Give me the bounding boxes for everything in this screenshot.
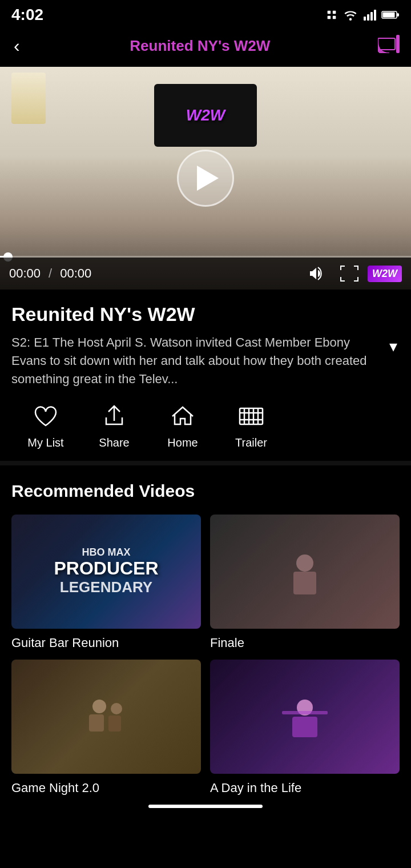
notification-icon <box>325 9 338 21</box>
share-icon <box>100 402 128 431</box>
trailer-label: Trailer <box>235 436 267 449</box>
brand-badge: W2W <box>368 266 402 282</box>
home-indicator <box>0 795 411 814</box>
club-icon <box>282 694 328 740</box>
svg-point-22 <box>92 700 106 713</box>
home-bar <box>148 805 263 808</box>
current-time: 00:00 <box>9 266 41 281</box>
svg-rect-2 <box>328 16 331 19</box>
video-controls: 00:00 / 00:00 W2W <box>0 258 411 290</box>
expand-button[interactable]: ▾ <box>387 335 400 358</box>
party-icon <box>282 549 328 594</box>
home-label: Home <box>167 436 198 449</box>
svg-rect-23 <box>89 714 104 732</box>
play-icon <box>197 166 219 191</box>
svg-rect-1 <box>333 11 336 14</box>
svg-rect-25 <box>108 716 121 732</box>
my-list-button[interactable]: My List <box>11 402 80 449</box>
home-button[interactable]: Home <box>148 402 217 449</box>
recommended-title: Recommended Videos <box>11 481 400 501</box>
play-button[interactable] <box>177 150 234 207</box>
recommended-section: Recommended Videos HBO MAX PRODUCER LEGE… <box>0 465 411 795</box>
tv-decoration: W2W <box>154 84 257 147</box>
thumb-day-in-life <box>210 660 400 774</box>
home-icon <box>168 402 197 431</box>
section-divider <box>0 461 411 465</box>
thumb-game-night <box>11 660 201 774</box>
volume-button[interactable] <box>306 261 331 286</box>
battery-icon <box>381 9 400 21</box>
heart-icon <box>31 402 60 431</box>
svg-rect-6 <box>370 12 373 21</box>
video-title-day-in-life: A Day in the Life <box>210 781 301 795</box>
svg-point-24 <box>111 703 122 714</box>
video-title-finale: Finale <box>210 636 244 650</box>
show-desc-row: S2: E1 The Host April S. Watson invited … <box>11 333 400 388</box>
film-icon <box>237 402 265 431</box>
navbar: ‹ Reunited NY's W2W <box>0 27 411 67</box>
trailer-button[interactable]: Trailer <box>217 402 285 449</box>
action-bar: My List Share Home <box>11 388 400 455</box>
svg-rect-13 <box>240 408 263 424</box>
svg-rect-11 <box>378 38 395 50</box>
status-time: 4:02 <box>11 6 43 24</box>
share-label: Share <box>99 436 129 449</box>
share-button[interactable]: Share <box>80 402 148 449</box>
video-card-day-in-life[interactable]: A Day in the Life <box>210 660 400 795</box>
svg-rect-21 <box>293 572 316 594</box>
cast-button[interactable] <box>378 35 400 58</box>
w2w-tv-logo: W2W <box>186 106 225 124</box>
video-title-guitar-bar: Guitar Bar Reunion <box>11 636 119 650</box>
status-icons <box>325 9 400 21</box>
video-player[interactable]: W2W 00:00 / 00:00 <box>0 67 411 290</box>
show-info: Reunited NY's W2W S2: E1 The Host April … <box>0 290 411 461</box>
status-bar: 4:02 <box>0 0 411 27</box>
signal-icon <box>363 9 377 21</box>
thumb-guitar-bar-reunion: HBO MAX PRODUCER LEGENDARY <box>11 515 201 629</box>
video-title-game-night: Game Night 2.0 <box>11 781 99 795</box>
svg-rect-4 <box>364 17 366 21</box>
back-button[interactable]: ‹ <box>11 33 22 59</box>
indoor-icon <box>83 694 129 740</box>
thumb-finale <box>210 515 400 629</box>
show-title: Reunited NY's W2W <box>11 303 400 326</box>
total-time: 00:00 <box>60 266 91 281</box>
svg-point-20 <box>296 554 313 572</box>
svg-rect-28 <box>282 711 328 714</box>
svg-rect-12 <box>396 35 400 53</box>
my-list-label: My List <box>27 436 63 449</box>
svg-rect-3 <box>333 16 336 19</box>
wifi-icon <box>342 9 358 21</box>
video-card-game-night[interactable]: Game Night 2.0 <box>11 660 201 795</box>
fullscreen-button[interactable] <box>337 261 362 286</box>
svg-rect-5 <box>367 14 369 21</box>
show-description: S2: E1 The Host April S. Watson invited … <box>11 333 387 388</box>
video-card-guitar-bar-reunion[interactable]: HBO MAX PRODUCER LEGENDARY Guitar Bar Re… <box>11 515 201 650</box>
svg-rect-7 <box>374 10 376 21</box>
svg-rect-10 <box>397 13 399 17</box>
svg-rect-9 <box>383 13 395 18</box>
svg-rect-0 <box>328 11 331 14</box>
video-grid: HBO MAX PRODUCER LEGENDARY Guitar Bar Re… <box>11 515 400 795</box>
lamp-decoration <box>11 73 46 124</box>
nav-title: Reunited NY's W2W <box>22 37 378 55</box>
video-card-finale[interactable]: Finale <box>210 515 400 650</box>
svg-rect-27 <box>292 717 317 737</box>
